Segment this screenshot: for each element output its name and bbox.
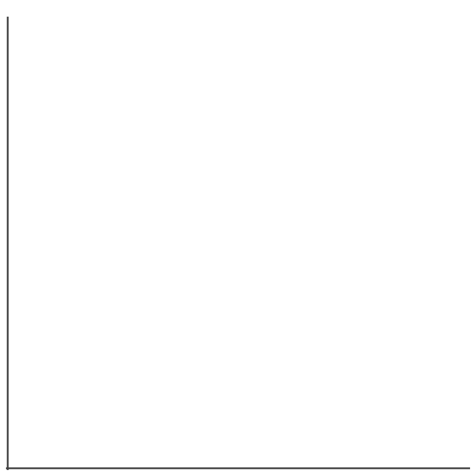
plot-background	[8, 17, 470, 468]
bottleneck-chart	[6, 17, 470, 470]
chart-container	[0, 0, 476, 476]
